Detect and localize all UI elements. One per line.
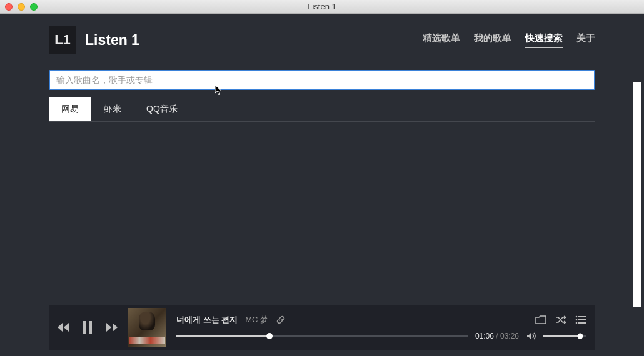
app-logo-icon: L1 [49,26,76,54]
scrollbar-thumb[interactable] [633,82,641,307]
tab-xiami[interactable]: 虾米 [91,97,134,121]
svg-point-4 [576,319,578,321]
brand: L1 Listen 1 [49,26,139,54]
link-icon[interactable] [276,315,286,325]
volume-control [526,332,586,340]
close-window-button[interactable] [5,3,13,11]
svg-rect-1 [89,321,92,334]
source-tabs: 网易 虾米 QQ音乐 [0,90,644,122]
header: L1 Listen 1 精选歌单 我的歌单 快速搜索 关于 [0,14,644,61]
window-title: Listen 1 [0,2,644,11]
time-sep: / [494,332,500,340]
volume-bar[interactable] [543,335,586,337]
app-container: L1 Listen 1 精选歌单 我的歌单 快速搜索 关于 网易 虾米 QQ音乐 [0,14,644,356]
traffic-lights [0,3,38,11]
time-total: 03:26 [500,332,519,340]
svg-point-2 [576,316,578,318]
svg-rect-5 [578,319,586,320]
maximize-window-button[interactable] [30,3,38,11]
svg-rect-0 [83,321,86,334]
tab-qqmusic[interactable]: QQ音乐 [134,97,190,121]
previous-button[interactable] [58,322,70,332]
time-current: 01:06 [475,332,494,340]
album-art[interactable] [128,308,166,347]
svg-rect-3 [578,316,586,317]
minimize-window-button[interactable] [18,3,25,11]
svg-point-6 [576,322,578,324]
progress-bar[interactable] [176,335,468,337]
track-title: 너에게 쓰는 편지 [176,314,238,325]
queue-icon[interactable] [575,315,586,324]
nav-featured-playlists[interactable]: 精选歌单 [423,32,460,48]
nav-about[interactable]: 关于 [576,32,595,48]
progress-fill [176,335,269,337]
nav-my-playlists[interactable]: 我的歌单 [474,32,511,48]
search-input[interactable] [49,70,595,90]
track-artist: MC 梦 [245,314,268,325]
time-display: 01:06 / 03:26 [475,332,519,340]
search-row [0,61,644,90]
next-button[interactable] [105,322,118,332]
window-titlebar: Listen 1 [0,0,644,14]
playback-controls [58,321,118,334]
main-nav: 精选歌单 我的歌单 快速搜索 关于 [423,32,595,48]
pause-button[interactable] [83,321,93,334]
volume-fill [543,335,580,337]
app-title: Listen 1 [85,32,139,49]
source-tabs-inner: 网易 虾米 QQ音乐 [49,97,595,122]
track-column: 너에게 쓰는 편지 MC 梦 [176,314,586,340]
player-right-icons [535,315,586,324]
player-bar: 너에게 쓰는 편지 MC 梦 [49,305,595,350]
progress-row: 01:06 / 03:26 [176,332,586,340]
progress-knob[interactable] [266,333,273,339]
volume-icon[interactable] [526,332,538,340]
shuffle-icon[interactable] [555,315,566,324]
track-meta: 너에게 쓰는 편지 MC 梦 [176,314,586,325]
nav-quick-search[interactable]: 快速搜索 [525,32,563,48]
volume-knob[interactable] [577,334,583,339]
tab-netease[interactable]: 网易 [49,97,91,121]
svg-rect-7 [578,322,586,324]
open-playlist-icon[interactable] [535,315,546,324]
